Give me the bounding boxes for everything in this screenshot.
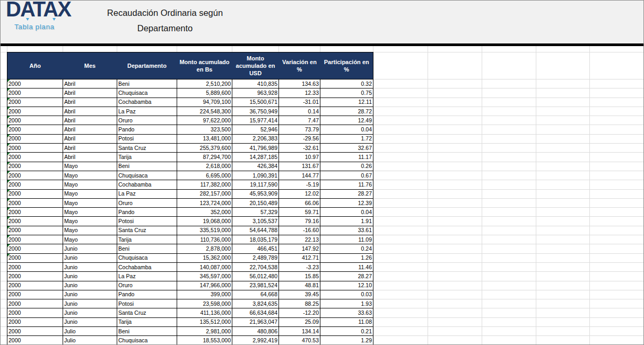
cell-departamento[interactable]: Tarija [117, 153, 177, 162]
cell-monto_usd[interactable]: 45,953,909 [232, 189, 279, 198]
cell-monto_bs[interactable]: 411,136,000 [177, 308, 232, 317]
cell-monto_bs[interactable]: 117,382,000 [177, 180, 232, 189]
cell-mes[interactable]: Abril [63, 89, 117, 98]
cell-variacion[interactable]: 10.97 [279, 153, 320, 162]
cell-mes[interactable]: Junio [63, 281, 117, 290]
cell-monto_bs[interactable]: 140,087,000 [177, 262, 232, 271]
cell-monto_bs[interactable]: 5,889,600 [177, 89, 232, 98]
cell-participacion[interactable]: 0.04 [320, 125, 373, 134]
cell-departamento[interactable]: Cochabamba [117, 262, 177, 271]
cell-monto_bs[interactable]: 97,622,000 [177, 116, 232, 125]
cell-departamento[interactable]: Chuquisaca [117, 336, 177, 345]
cell-ano[interactable]: 2000 [7, 198, 63, 207]
cell-departamento[interactable]: La Paz [117, 272, 177, 281]
cell-monto_bs[interactable]: 94,709,100 [177, 98, 232, 107]
cell-variacion[interactable]: 66.06 [279, 198, 320, 207]
cell-ano[interactable]: 2000 [7, 79, 63, 89]
cell-monto_usd[interactable]: 2,489,789 [232, 253, 279, 262]
cell-ano[interactable]: 2000 [7, 144, 63, 153]
cell-participacion[interactable]: 12.49 [320, 116, 373, 125]
cell-variacion[interactable]: 12.02 [279, 189, 320, 198]
cell-monto_bs[interactable]: 2,510,200 [177, 79, 232, 89]
cell-departamento[interactable]: Chuquisaca [117, 253, 177, 262]
cell-participacion[interactable]: 12.39 [320, 198, 373, 207]
cell-monto_usd[interactable]: 15,977,414 [232, 116, 279, 125]
cell-departamento[interactable]: Oruro [117, 198, 177, 207]
column-header-mes[interactable]: Mes [63, 52, 117, 79]
cell-variacion[interactable]: 12.33 [279, 89, 320, 98]
cell-departamento[interactable]: Santa Cruz [117, 144, 177, 153]
cell-monto_usd[interactable]: 15,500,671 [232, 98, 279, 107]
cell-mes[interactable]: Abril [63, 125, 117, 134]
cell-participacion[interactable]: 1.93 [320, 299, 373, 308]
cell-mes[interactable]: Junio [63, 272, 117, 281]
column-header-ano[interactable]: Año [7, 52, 63, 79]
cell-monto_bs[interactable]: 2,878,000 [177, 244, 232, 253]
cell-mes[interactable]: Mayo [63, 198, 117, 207]
cell-ano[interactable]: 2000 [7, 235, 63, 244]
cell-mes[interactable]: Mayo [63, 217, 117, 226]
cell-monto_bs[interactable]: 282,157,000 [177, 189, 232, 198]
cell-participacion[interactable]: 33.61 [320, 226, 373, 235]
cell-participacion[interactable]: 11.76 [320, 180, 373, 189]
cell-variacion[interactable]: 131.67 [279, 162, 320, 171]
cell-monto_bs[interactable]: 323,500 [177, 125, 232, 134]
cell-ano[interactable]: 2000 [7, 327, 63, 336]
cell-participacion[interactable]: 0.32 [320, 79, 373, 89]
cell-monto_usd[interactable]: 480,806 [232, 327, 279, 336]
cell-participacion[interactable]: 0.24 [320, 244, 373, 253]
cell-monto_usd[interactable]: 20,150,489 [232, 198, 279, 207]
cell-monto_bs[interactable]: 2,618,000 [177, 162, 232, 171]
cell-ano[interactable]: 2000 [7, 336, 63, 345]
cell-ano[interactable]: 2000 [7, 272, 63, 281]
cell-monto_bs[interactable]: 352,000 [177, 208, 232, 217]
cell-variacion[interactable]: 22.13 [279, 235, 320, 244]
cell-participacion[interactable]: 28.27 [320, 272, 373, 281]
cell-monto_bs[interactable]: 123,724,000 [177, 198, 232, 207]
cell-mes[interactable]: Junio [63, 299, 117, 308]
cell-variacion[interactable]: 147.92 [279, 244, 320, 253]
cell-ano[interactable]: 2000 [7, 253, 63, 262]
cell-departamento[interactable]: Beni [117, 162, 177, 171]
cell-mes[interactable]: Mayo [63, 180, 117, 189]
cell-participacion[interactable]: 0.26 [320, 162, 373, 171]
cell-ano[interactable]: 2000 [7, 189, 63, 198]
cell-departamento[interactable]: Cochabamba [117, 98, 177, 107]
cell-departamento[interactable]: Beni [117, 327, 177, 336]
cell-mes[interactable]: Julio [63, 336, 117, 345]
cell-departamento[interactable]: Santa Cruz [117, 226, 177, 235]
cell-variacion[interactable]: 59.71 [279, 208, 320, 217]
cell-ano[interactable]: 2000 [7, 299, 63, 308]
cell-variacion[interactable]: 470.53 [279, 336, 320, 345]
cell-participacion[interactable]: 11.17 [320, 153, 373, 162]
cell-monto_bs[interactable]: 19,068,000 [177, 217, 232, 226]
cell-mes[interactable]: Mayo [63, 235, 117, 244]
cell-participacion[interactable]: 28.72 [320, 107, 373, 116]
cell-mes[interactable]: Mayo [63, 208, 117, 217]
cell-ano[interactable]: 2000 [7, 134, 63, 143]
cell-variacion[interactable]: -32.61 [279, 144, 320, 153]
cell-mes[interactable]: Junio [63, 317, 117, 326]
cell-ano[interactable]: 2000 [7, 308, 63, 317]
cell-monto_usd[interactable]: 56,012,480 [232, 272, 279, 281]
cell-variacion[interactable]: 73.79 [279, 125, 320, 134]
cell-participacion[interactable]: 0.03 [320, 290, 373, 299]
cell-departamento[interactable]: Potosi [117, 217, 177, 226]
cell-monto_usd[interactable]: 23,981,524 [232, 281, 279, 290]
cell-mes[interactable]: Junio [63, 308, 117, 317]
cell-departamento[interactable]: Oruro [117, 116, 177, 125]
cell-monto_usd[interactable]: 19,117,590 [232, 180, 279, 189]
cell-monto_usd[interactable]: 410,835 [232, 79, 279, 89]
cell-variacion[interactable]: 7.47 [279, 116, 320, 125]
cell-variacion[interactable]: 144.77 [279, 171, 320, 180]
cell-ano[interactable]: 2000 [7, 98, 63, 107]
cell-monto_usd[interactable]: 18,035,179 [232, 235, 279, 244]
cell-participacion[interactable]: 1.72 [320, 134, 373, 143]
cell-ano[interactable]: 2000 [7, 153, 63, 162]
cell-mes[interactable]: Abril [63, 134, 117, 143]
column-header-participacion[interactable]: Participación en % [320, 52, 373, 79]
cell-mes[interactable]: Mayo [63, 226, 117, 235]
cell-departamento[interactable]: Beni [117, 79, 177, 89]
cell-ano[interactable]: 2000 [7, 244, 63, 253]
column-header-monto_usd[interactable]: Monto acumulado en USD [232, 52, 279, 79]
